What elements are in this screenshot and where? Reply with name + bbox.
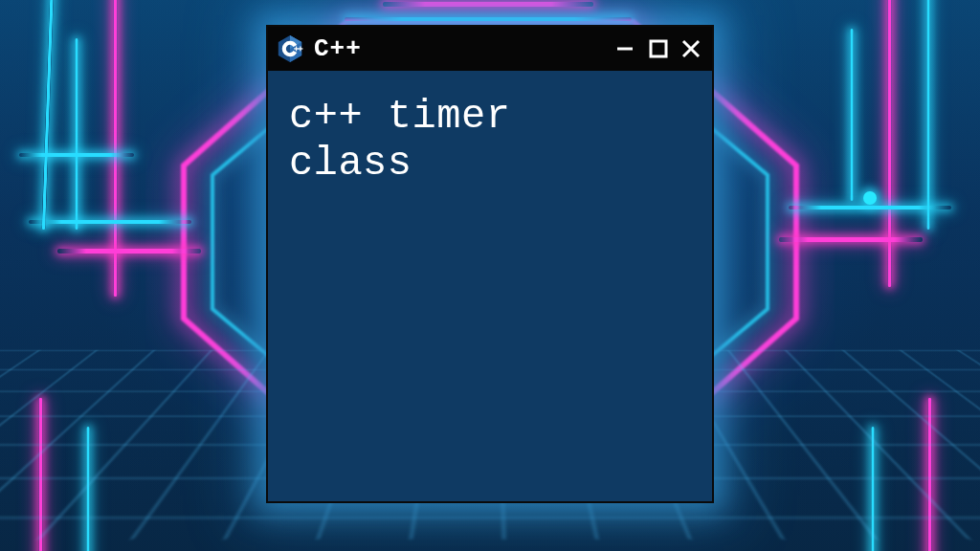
titlebar[interactable]: C++ <box>268 27 712 71</box>
svg-rect-8 <box>299 49 303 50</box>
cpp-icon <box>276 34 304 63</box>
window-title: C++ <box>314 34 362 63</box>
close-button[interactable] <box>679 37 702 60</box>
neon-dot <box>863 191 877 205</box>
terminal-text: c++ timer class <box>289 94 691 187</box>
neon-line <box>19 153 134 157</box>
svg-rect-6 <box>294 49 299 50</box>
neon-line <box>850 29 854 201</box>
neon-line <box>345 17 632 21</box>
neon-line <box>383 2 593 7</box>
neon-line <box>789 206 951 209</box>
maximize-button[interactable] <box>647 37 670 60</box>
neon-line <box>41 0 54 230</box>
window-client-area: c++ timer class <box>268 71 712 209</box>
neon-line <box>57 249 201 253</box>
svg-rect-10 <box>651 41 666 56</box>
terminal-window: C++ c++ timer class <box>266 25 714 503</box>
neon-line <box>779 237 923 242</box>
neon-line <box>29 220 191 224</box>
neon-line <box>887 0 892 287</box>
neon-line <box>75 38 78 230</box>
window-controls <box>614 37 702 60</box>
title-left: C++ <box>276 34 362 63</box>
neon-line <box>926 0 930 230</box>
minimize-button[interactable] <box>614 37 637 60</box>
